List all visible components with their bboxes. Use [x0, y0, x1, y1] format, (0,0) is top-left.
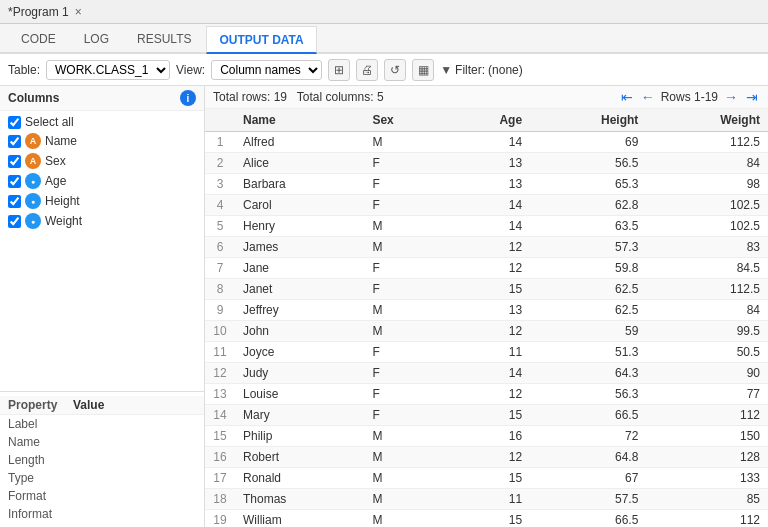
prop-length-key: Length [8, 453, 73, 467]
toolbar: Table: WORK.CLASS_1 View: Column names ⊞… [0, 54, 768, 86]
prop-informat-key: Informat [8, 507, 73, 521]
next-page-btn[interactable]: → [722, 89, 740, 105]
col-header-age[interactable]: Age [446, 109, 530, 132]
table-row[interactable]: 8 Janet F 15 62.5 112.5 [205, 279, 768, 300]
cell-rownum: 9 [205, 300, 235, 321]
col-age-checkbox[interactable] [8, 175, 21, 188]
col-name-type-icon: A [25, 133, 41, 149]
col-item-name[interactable]: A Name [0, 131, 204, 151]
cell-age: 12 [446, 447, 530, 468]
cell-name: Judy [235, 363, 364, 384]
table-label: Table: [8, 63, 40, 77]
cell-rownum: 17 [205, 468, 235, 489]
last-page-btn[interactable]: ⇥ [744, 89, 760, 105]
tab-results[interactable]: RESULTS [124, 24, 204, 52]
table-row[interactable]: 13 Louise F 12 56.3 77 [205, 384, 768, 405]
cell-sex: M [364, 216, 445, 237]
table-row[interactable]: 14 Mary F 15 66.5 112 [205, 405, 768, 426]
cell-age: 11 [446, 489, 530, 510]
col-sex-label: Sex [45, 154, 66, 168]
table-row[interactable]: 3 Barbara F 13 65.3 98 [205, 174, 768, 195]
table-row[interactable]: 4 Carol F 14 62.8 102.5 [205, 195, 768, 216]
col-header-weight[interactable]: Weight [646, 109, 768, 132]
right-panel: Total rows: 19 Total columns: 5 ⇤ ← Rows… [205, 86, 768, 527]
cell-sex: F [364, 174, 445, 195]
prop-label-key: Label [8, 417, 73, 431]
properties-header: Property Value [0, 396, 204, 415]
table-select[interactable]: WORK.CLASS_1 [46, 60, 170, 80]
table-row[interactable]: 18 Thomas M 11 57.5 85 [205, 489, 768, 510]
cell-age: 14 [446, 363, 530, 384]
first-page-btn[interactable]: ⇤ [619, 89, 635, 105]
col-item-sex[interactable]: A Sex [0, 151, 204, 171]
tab-log[interactable]: LOG [71, 24, 122, 52]
cell-name: William [235, 510, 364, 528]
cell-name: Alice [235, 153, 364, 174]
cell-rownum: 15 [205, 426, 235, 447]
cell-sex: M [364, 510, 445, 528]
cell-name: Jeffrey [235, 300, 364, 321]
col-header-height[interactable]: Height [530, 109, 646, 132]
tab-output-data[interactable]: OUTPUT DATA [206, 26, 316, 54]
prev-page-btn[interactable]: ← [639, 89, 657, 105]
table-row[interactable]: 7 Jane F 12 59.8 84.5 [205, 258, 768, 279]
table-row[interactable]: 12 Judy F 14 64.3 90 [205, 363, 768, 384]
table-row[interactable]: 15 Philip M 16 72 150 [205, 426, 768, 447]
col-item-age[interactable]: ● Age [0, 171, 204, 191]
cell-weight: 84 [646, 300, 768, 321]
col-header-sex[interactable]: Sex [364, 109, 445, 132]
table-row[interactable]: 2 Alice F 13 56.5 84 [205, 153, 768, 174]
prop-row-label: Label [0, 415, 204, 433]
table-row[interactable]: 6 James M 12 57.3 83 [205, 237, 768, 258]
col-weight-checkbox[interactable] [8, 215, 21, 228]
data-table-container[interactable]: Name Sex Age Height Weight 1 Alfred M 14… [205, 109, 768, 527]
cell-height: 59.8 [530, 258, 646, 279]
cell-sex: F [364, 153, 445, 174]
print-icon-btn[interactable]: 🖨 [356, 59, 378, 81]
cell-sex: M [364, 426, 445, 447]
col-header-rownum [205, 109, 235, 132]
col-header-name[interactable]: Name [235, 109, 364, 132]
cell-weight: 112.5 [646, 279, 768, 300]
cell-name: Robert [235, 447, 364, 468]
table-row[interactable]: 16 Robert M 12 64.8 128 [205, 447, 768, 468]
select-all-checkbox[interactable] [8, 116, 21, 129]
cell-name: Philip [235, 426, 364, 447]
col-name-checkbox[interactable] [8, 135, 21, 148]
title-bar-close[interactable]: × [75, 5, 82, 19]
table-row[interactable]: 1 Alfred M 14 69 112.5 [205, 132, 768, 153]
refresh-icon-btn[interactable]: ↺ [384, 59, 406, 81]
cell-age: 13 [446, 300, 530, 321]
cell-height: 56.5 [530, 153, 646, 174]
cell-name: Jane [235, 258, 364, 279]
tab-code[interactable]: CODE [8, 24, 69, 52]
col-height-checkbox[interactable] [8, 195, 21, 208]
col-item-weight[interactable]: ● Weight [0, 211, 204, 231]
col-item-height[interactable]: ● Height [0, 191, 204, 211]
table-row[interactable]: 19 William M 15 66.5 112 [205, 510, 768, 528]
table-row[interactable]: 11 Joyce F 11 51.3 50.5 [205, 342, 768, 363]
columns-info-icon[interactable]: i [180, 90, 196, 106]
cell-name: John [235, 321, 364, 342]
view-select[interactable]: Column names [211, 60, 322, 80]
filter-value: (none) [488, 63, 523, 77]
prop-type-key: Type [8, 471, 73, 485]
cell-age: 14 [446, 132, 530, 153]
cell-weight: 98 [646, 174, 768, 195]
col-sex-checkbox[interactable] [8, 155, 21, 168]
cell-rownum: 8 [205, 279, 235, 300]
cell-name: Mary [235, 405, 364, 426]
table-row[interactable]: 9 Jeffrey M 13 62.5 84 [205, 300, 768, 321]
table-row[interactable]: 17 Ronald M 15 67 133 [205, 468, 768, 489]
cell-rownum: 16 [205, 447, 235, 468]
tab-bar: CODE LOG RESULTS OUTPUT DATA [0, 24, 768, 54]
cell-rownum: 12 [205, 363, 235, 384]
cell-rownum: 4 [205, 195, 235, 216]
grid-icon-btn[interactable]: ▦ [412, 59, 434, 81]
data-table: Name Sex Age Height Weight 1 Alfred M 14… [205, 109, 768, 527]
table-row[interactable]: 10 John M 12 59 99.5 [205, 321, 768, 342]
select-all-item[interactable]: Select all [0, 113, 204, 131]
columns-list: Select all A Name A Sex ● Age [0, 111, 204, 391]
export-icon-btn[interactable]: ⊞ [328, 59, 350, 81]
table-row[interactable]: 5 Henry M 14 63.5 102.5 [205, 216, 768, 237]
